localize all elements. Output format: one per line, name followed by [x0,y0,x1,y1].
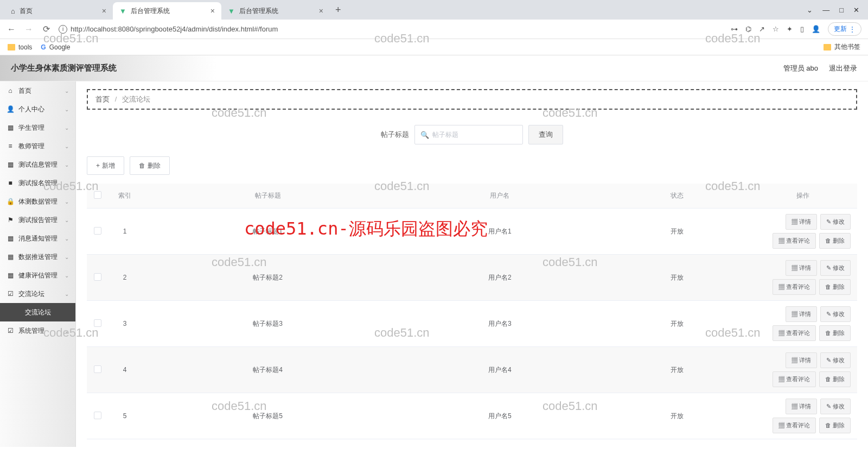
edit-button[interactable]: ✎ 修改 [820,260,851,276]
row-checkbox[interactable] [94,319,101,327]
sidebar-item-label: 系统管理 [18,326,44,336]
breadcrumb-home[interactable]: 首页 [95,95,110,103]
close-icon[interactable]: × [319,7,323,15]
sidebar-item-12[interactable]: ☑系统管理⌄ [0,321,75,340]
browser-tab-0[interactable]: ⌂ 首页 × [4,2,113,20]
browser-tab-1[interactable]: ▼ 后台管理系统 × [113,2,221,20]
sidebar-item-4[interactable]: ▦测试信息管理⌄ [0,155,75,174]
sidebar-subitem-forum[interactable]: 交流论坛 [0,303,75,321]
logout-link[interactable]: 退出登录 [829,64,857,73]
profile-icon[interactable]: 👤 [812,25,820,33]
sidebar-item-10[interactable]: ▦健康评估管理⌄ [0,266,75,285]
row-checkbox[interactable] [94,227,101,235]
cell-index: 5 [108,393,141,439]
translate-icon[interactable]: ⌬ [745,25,751,33]
comments-button[interactable]: ▦ 查看评论 [773,371,816,387]
edit-button[interactable]: ✎ 修改 [820,352,851,368]
close-icon[interactable]: × [102,7,106,15]
cell-user: 用户名4 [394,347,605,393]
detail-button[interactable]: ▦ 详情 [786,352,817,368]
sidebar-item-9[interactable]: ▦数据推送管理⌄ [0,248,75,266]
row-checkbox[interactable] [94,412,101,419]
user-label[interactable]: 管理员 abo [783,64,818,73]
cell-index: 2 [108,255,141,301]
sidebar-item-label: 体测数据管理 [18,197,58,206]
row-checkbox[interactable] [94,365,101,373]
chevron-down-icon: ⌄ [65,217,69,223]
window-controls: ⌄ — □ ✕ [807,6,864,14]
query-button[interactable]: 查询 [528,125,563,144]
browser-tab-2[interactable]: ▼ 后台管理系统 × [221,2,330,20]
new-tab-button[interactable]: + [330,4,347,16]
detail-button[interactable]: ▦ 详情 [786,306,817,322]
close-window-icon[interactable]: ✕ [853,6,859,14]
share-icon[interactable]: ↗ [759,25,765,33]
col-status: 状态 [605,184,749,209]
maximize-icon[interactable]: □ [839,6,844,14]
sidebar-item-3[interactable]: ≡教师管理⌄ [0,137,75,155]
col-title: 帖子标题 [141,184,394,209]
row-delete-button[interactable]: 🗑 删除 [819,233,851,249]
row-delete-button[interactable]: 🗑 删除 [819,418,851,433]
extensions-icon[interactable]: ✦ [787,25,793,33]
update-button[interactable]: 更新 ⋮ [828,22,861,36]
sidebar-item-label: 健康评估管理 [18,271,58,280]
comments-button[interactable]: ▦ 查看评论 [773,418,816,433]
sidebar-item-2[interactable]: ▦学生管理⌄ [0,118,75,137]
key-icon[interactable]: ⊶ [731,25,738,33]
minimize-icon[interactable]: — [822,6,829,14]
sidebar-item-label: 数据推送管理 [18,253,58,262]
add-button[interactable]: +新增 [87,156,124,175]
sidebar-item-8[interactable]: ▦消息通知管理⌄ [0,229,75,248]
bookmark-other[interactable]: 其他书签 [824,42,860,52]
action-row: +新增 🗑删除 [87,156,857,175]
col-ops: 操作 [749,184,857,209]
select-all-checkbox[interactable] [94,191,101,199]
delete-button[interactable]: 🗑删除 [130,156,170,175]
search-row: 帖子标题 🔍 查询 [87,125,857,144]
comments-button[interactable]: ▦ 查看评论 [773,233,816,249]
edit-button[interactable]: ✎ 修改 [820,306,851,322]
edit-button[interactable]: ✎ 修改 [820,214,851,230]
bookmark-tools[interactable]: tools [8,43,32,51]
detail-button[interactable]: ▦ 详情 [786,399,817,414]
comments-button[interactable]: ▦ 查看评论 [773,325,816,341]
trash-icon: 🗑 [139,162,145,169]
sidebar-item-label: 个人中心 [18,105,44,114]
row-delete-button[interactable]: 🗑 删除 [819,371,851,387]
edit-button[interactable]: ✎ 修改 [820,399,851,414]
cell-title: 帖子标题5 [141,393,394,439]
close-icon[interactable]: × [210,7,215,15]
chevron-down-icon: ⌄ [65,199,69,205]
sidebar-item-1[interactable]: 👤个人中心⌄ [0,100,75,118]
chevron-down-icon[interactable]: ⌄ [807,6,813,14]
row-delete-button[interactable]: 🗑 删除 [819,279,851,295]
menu-icon: ▦ [7,235,14,242]
sidebar-item-5[interactable]: ■测试报名管理⌄ [0,174,75,192]
site-info-icon[interactable]: i [59,25,67,34]
tab-title: 后台管理系统 [239,7,315,16]
menu-icon: ≡ [7,142,14,150]
detail-button[interactable]: ▦ 详情 [786,214,817,230]
sidebar-item-6[interactable]: 🔒体测数据管理⌄ [0,192,75,211]
bookmark-google[interactable]: GGoogle [41,43,70,51]
sidebar-item-0[interactable]: ⌂首页⌄ [0,81,75,100]
forward-button[interactable]: → [24,24,34,34]
row-checkbox[interactable] [94,273,101,281]
breadcrumb-current: 交流论坛 [122,95,150,103]
cell-title: 帖子标题2 [141,255,394,301]
chevron-down-icon: ⌄ [65,88,69,94]
cell-index: 1 [108,209,141,255]
search-input[interactable] [432,131,517,138]
row-delete-button[interactable]: 🗑 删除 [819,325,851,341]
sidebar-item-7[interactable]: ⚑测试报告管理⌄ [0,211,75,229]
cell-user: 用户名2 [394,255,605,301]
bookmark-star-icon[interactable]: ☆ [773,25,779,33]
detail-button[interactable]: ▦ 详情 [786,260,817,276]
url-box[interactable]: i http://localhost:8080/springboote52j4/… [59,25,723,34]
reload-button[interactable]: ⟳ [41,24,51,34]
panel-icon[interactable]: ▯ [800,25,804,33]
comments-button[interactable]: ▦ 查看评论 [773,279,816,295]
sidebar-item-11[interactable]: ☑交流论坛⌄ [0,285,75,303]
back-button[interactable]: ← [7,24,16,34]
